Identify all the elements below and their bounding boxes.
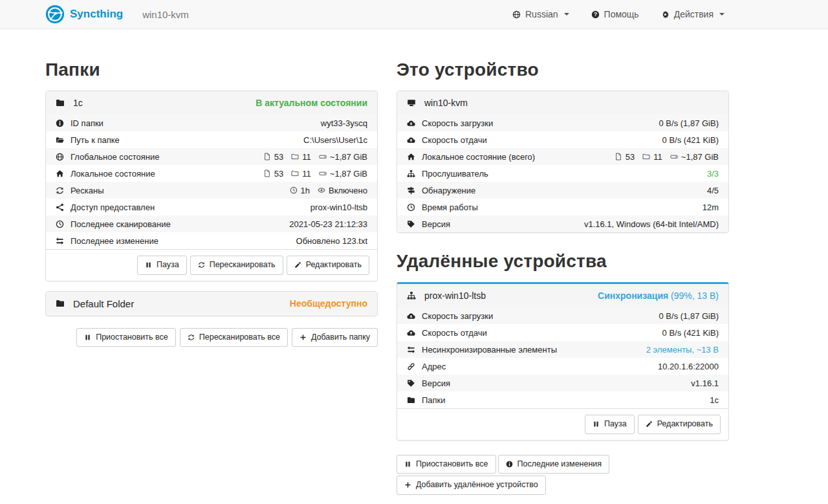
row-label: Доступ предоставлен bbox=[71, 203, 155, 212]
folder-outline-icon bbox=[642, 153, 650, 160]
row-value: 1h Включено bbox=[290, 186, 367, 195]
row-label: Скорость отдачи bbox=[422, 135, 487, 145]
brand-name: Syncthing bbox=[70, 8, 123, 21]
row-label: Скорость отдачи bbox=[422, 328, 487, 338]
table-row: Локальное состояние 53 11 ~1,87 GiB bbox=[46, 165, 377, 182]
table-row: Скорость загрузки 0 B/s (1,87 GiB) bbox=[397, 115, 728, 131]
add-remote-device-button[interactable]: Добавить удалённое устройство bbox=[397, 476, 546, 495]
row-value: 2021-05-23 21:12:33 bbox=[289, 219, 367, 229]
row-label: Последнее изменение bbox=[71, 236, 158, 246]
row-label: Скорость загрузки bbox=[422, 118, 493, 128]
table-row: Локальное состояние (всего) 53 11 ~1,87 … bbox=[397, 148, 728, 165]
edit-button[interactable]: Редактировать bbox=[638, 415, 721, 434]
folder-open-icon bbox=[56, 136, 64, 144]
row-label: Время работы bbox=[422, 203, 478, 212]
rescan-all-button[interactable]: Пересканировать все bbox=[180, 328, 288, 347]
recent-changes-button[interactable]: Последние изменения bbox=[498, 455, 610, 474]
cloud-download-icon bbox=[407, 312, 415, 320]
row-value: 53 11 ~1,87 GiB bbox=[263, 169, 367, 179]
folder-icon bbox=[56, 98, 65, 107]
pause-icon bbox=[145, 261, 152, 268]
row-value: 0 B/s (421 KiB) bbox=[662, 328, 719, 338]
language-menu[interactable]: Russian bbox=[512, 9, 569, 19]
pause-icon bbox=[593, 421, 600, 428]
this-device-header[interactable]: win10-kvm bbox=[397, 91, 728, 115]
row-value: 3/3 bbox=[707, 169, 719, 179]
clock-icon bbox=[56, 220, 64, 228]
signpost-icon bbox=[407, 186, 415, 195]
folder-status-badge: В актуальном состоянии bbox=[256, 98, 367, 108]
pause-button[interactable]: Пауза bbox=[585, 415, 635, 434]
row-label: Папки bbox=[422, 395, 446, 405]
row-label: Версия bbox=[422, 219, 450, 229]
row-value: wyt33-3yscq bbox=[321, 118, 367, 128]
table-row: Прослушиватель 3/3 bbox=[397, 165, 728, 182]
table-row: Несинхронизированные элементы 2 элементы… bbox=[397, 341, 728, 358]
sitemap-icon bbox=[407, 170, 415, 178]
pause-button[interactable]: Пауза bbox=[137, 256, 187, 275]
info-icon bbox=[56, 119, 64, 127]
hdd-icon bbox=[319, 153, 327, 160]
row-label: Версия bbox=[422, 378, 450, 388]
pause-all-devices-button[interactable]: Приостановить все bbox=[397, 455, 496, 474]
table-row: ID папки wyt33-3yscq bbox=[46, 115, 377, 131]
row-value: 10.20.1.6:22000 bbox=[658, 362, 719, 371]
info-icon bbox=[506, 461, 513, 468]
remote-device-footer: Пауза Редактировать bbox=[397, 408, 728, 440]
link-icon bbox=[407, 362, 415, 371]
globe-icon bbox=[512, 10, 521, 19]
table-row: Версия v1.16.1 bbox=[397, 375, 728, 391]
rescan-button[interactable]: Пересканировать bbox=[190, 256, 283, 275]
add-folder-button[interactable]: Добавить папку bbox=[292, 328, 378, 347]
actions-menu[interactable]: Действия bbox=[661, 9, 724, 19]
row-label: Прослушиватель bbox=[422, 169, 488, 179]
help-menu[interactable]: Помощь bbox=[591, 9, 639, 19]
row-value: 53 11 ~1,87 GiB bbox=[615, 152, 719, 162]
row-value: 1c bbox=[710, 395, 719, 405]
gear-icon bbox=[661, 10, 670, 19]
devices-actions: Приостановить все Последние изменения До… bbox=[397, 455, 729, 495]
table-row: Доступ предоставлен prox-win10-ltsb bbox=[46, 199, 377, 215]
chevron-down-icon bbox=[564, 13, 569, 16]
remote-device-header[interactable]: prox-win10-ltsb Синхронизация (99%, 13 B… bbox=[397, 284, 728, 307]
folder-footer: Пауза Пересканировать Редактировать bbox=[46, 249, 377, 281]
row-label: Скорость загрузки bbox=[422, 311, 493, 321]
table-row: Адрес 10.20.1.6:22000 bbox=[397, 358, 728, 375]
folder-icon bbox=[56, 299, 65, 308]
syncthing-logo[interactable]: Syncthing bbox=[45, 5, 123, 24]
pause-all-folders-button[interactable]: Приостановить все bbox=[76, 328, 176, 347]
folder-panel-default: Default Folder Необщедоступно bbox=[45, 291, 378, 316]
device-name: win10-kvm bbox=[424, 98, 468, 108]
row-value: 4/5 bbox=[707, 186, 719, 195]
help-label: Помощь bbox=[604, 9, 639, 19]
edit-button[interactable]: Редактировать bbox=[287, 256, 369, 275]
share-icon bbox=[56, 203, 64, 212]
row-value: C:\Users\User\1c bbox=[303, 135, 367, 145]
folder-name: 1c bbox=[73, 98, 83, 108]
table-row: Скорость загрузки 0 B/s (1,87 GiB) bbox=[397, 307, 728, 324]
remote-device-panel: prox-win10-ltsb Синхронизация (99%, 13 B… bbox=[397, 282, 729, 441]
out-of-sync-link[interactable]: 2 элементы, ~13 B bbox=[646, 345, 719, 355]
home-icon bbox=[56, 170, 64, 178]
device-status-badge: Синхронизация (99%, 13 B) bbox=[598, 290, 719, 301]
folder-outline-icon bbox=[291, 170, 299, 177]
pencil-icon bbox=[294, 261, 301, 268]
tag-icon bbox=[407, 220, 415, 228]
table-row: Скорость отдачи 0 B/s (421 KiB) bbox=[397, 324, 728, 341]
folders-title: Папки bbox=[45, 60, 378, 80]
pencil-icon bbox=[646, 421, 653, 428]
folder-header-1c[interactable]: 1c В актуальном состоянии bbox=[46, 91, 377, 115]
chevron-down-icon bbox=[719, 13, 724, 16]
row-value: 0 B/s (1,87 GiB) bbox=[659, 311, 719, 321]
syncthing-logo-icon bbox=[45, 5, 65, 24]
file-icon bbox=[263, 170, 271, 177]
folder-outline-icon bbox=[291, 153, 299, 160]
folder-panel-1c: 1c В актуальном состоянии ID папки wyt33… bbox=[45, 91, 378, 281]
folder-header-default[interactable]: Default Folder Необщедоступно bbox=[46, 292, 377, 316]
row-value: Обновлено 123.txt bbox=[296, 236, 367, 246]
exchange-icon bbox=[56, 237, 64, 245]
row-value: 0 B/s (421 KiB) bbox=[662, 135, 719, 145]
eye-icon bbox=[318, 186, 325, 194]
pause-icon bbox=[84, 334, 91, 341]
row-label: Ресканы bbox=[71, 186, 104, 195]
